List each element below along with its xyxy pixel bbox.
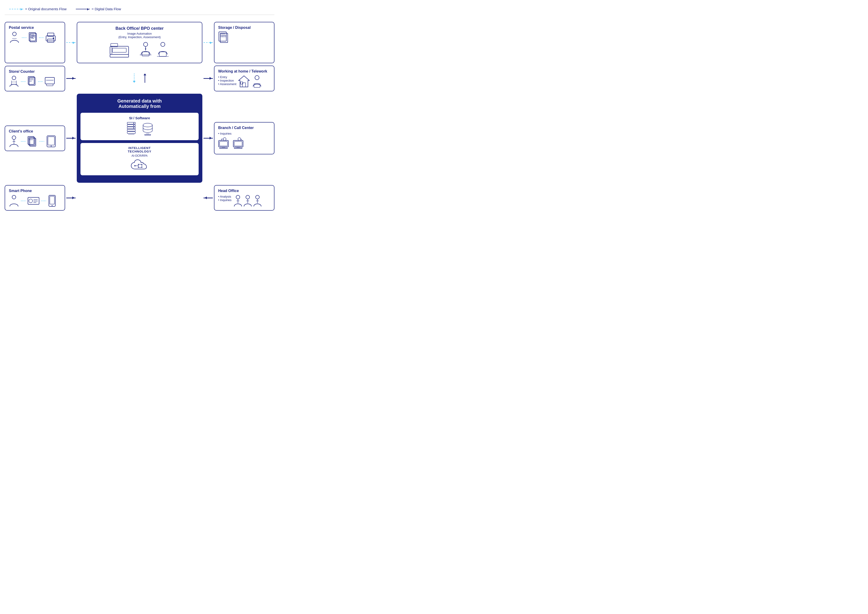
svg-rect-39 — [12, 82, 16, 82]
headoffice-bullet-1: Analysis — [218, 195, 231, 198]
headoffice-bullet-2: Inquiries — [218, 198, 231, 202]
arrow-smartphone-to-center — [65, 198, 77, 198]
svg-point-117 — [236, 195, 240, 199]
arrow-clients-to-center — [65, 138, 77, 138]
store-icons — [9, 76, 61, 88]
postal-box: Postal service — [5, 22, 65, 63]
svg-point-123 — [256, 195, 259, 199]
arrow-center-to-telework — [202, 78, 214, 79]
store-dot1 — [21, 81, 26, 82]
client-person-icon — [9, 135, 19, 147]
branch-title: Branch / Call Center — [218, 126, 270, 130]
center-title: Generated data withAutomatically from — [81, 98, 199, 109]
intelligent-tech-box: INTELLIGENTTECHNOLOGY AI-OCR/RPA — [81, 143, 199, 175]
arrow-backoffice-to-storage — [202, 22, 214, 63]
legend-digital-label: = Digital Data Flow — [92, 7, 121, 11]
client-dot2 — [40, 141, 44, 142]
telework-box: Working at home / Telework Entry Inspect… — [214, 65, 275, 91]
cloud-icon — [130, 159, 149, 172]
svg-rect-27 — [159, 52, 166, 56]
row-2: Store/ Counter — [5, 65, 275, 91]
postal-icons — [9, 32, 61, 44]
svg-rect-108 — [28, 197, 39, 205]
svg-rect-80 — [128, 134, 134, 135]
row-3: Client's office — [5, 94, 275, 183]
tablet-icon — [46, 135, 56, 147]
phone-person-icon — [9, 195, 19, 207]
scanner-machine-icon — [110, 42, 135, 59]
store-box: Store/ Counter — [5, 66, 65, 91]
worker-computer-icon — [156, 42, 169, 59]
telework-bullet-2: Inspection — [218, 79, 236, 82]
svg-point-71 — [51, 146, 52, 146]
store-title: Store/ Counter — [9, 70, 61, 74]
svg-point-21 — [143, 42, 148, 47]
svg-point-77 — [133, 123, 134, 124]
up-solid-arrow — [143, 73, 147, 83]
dashed-arrow-icon — [9, 9, 23, 9]
back-office-title: Back Office/ BPO center — [81, 26, 198, 31]
svg-rect-95 — [220, 141, 227, 146]
svg-marker-54 — [239, 76, 249, 87]
diagram: Postal service — [5, 22, 275, 211]
svg-point-109 — [29, 199, 33, 203]
svg-rect-104 — [234, 148, 242, 149]
svg-rect-83 — [144, 134, 151, 135]
svg-point-116 — [52, 205, 53, 206]
si-software-icons — [84, 122, 196, 137]
back-office-icons — [81, 42, 198, 59]
store-scanner-icon — [45, 77, 55, 86]
smartphone-title: Smart Phone — [9, 189, 61, 193]
svg-rect-1 — [12, 38, 17, 39]
svg-point-90 — [138, 164, 139, 165]
telework-person-icon — [251, 75, 263, 87]
storage-box: Storage / Disposal — [214, 22, 275, 63]
svg-marker-51 — [133, 81, 136, 83]
solid-arrow-icon — [76, 9, 90, 9]
document-icon — [28, 32, 37, 43]
legend: = Original documents Flow = Digital Data… — [5, 5, 275, 15]
svg-point-57 — [255, 76, 259, 80]
back-office-area: Back Office/ BPO center Image Automation… — [77, 22, 202, 63]
store-dot2 — [38, 81, 43, 82]
legend-original: = Original documents Flow — [9, 7, 67, 11]
smartphone-box: Smart Phone — [5, 185, 65, 211]
intelligent-title: INTELLIGENTTECHNOLOGY — [84, 146, 196, 153]
svg-point-106 — [12, 195, 16, 199]
svg-point-26 — [161, 42, 165, 47]
office-person1-icon — [233, 195, 242, 207]
center-connectors — [77, 73, 202, 84]
svg-point-78 — [133, 125, 134, 126]
svg-point-0 — [12, 32, 16, 36]
svg-point-81 — [143, 123, 152, 127]
callcenter-person-icon — [233, 137, 245, 150]
svg-rect-17 — [112, 48, 126, 52]
si-software-box: SI / Software — [81, 113, 199, 140]
svg-point-15 — [53, 37, 54, 39]
svg-point-120 — [246, 195, 250, 199]
svg-point-92 — [141, 164, 142, 165]
clients-box: Client's office — [5, 126, 65, 151]
telework-bullet-1: Entry — [218, 75, 236, 79]
database-icon — [141, 122, 154, 137]
svg-rect-69 — [47, 136, 55, 147]
dot-connector2 — [39, 37, 44, 38]
svg-point-91 — [138, 167, 139, 168]
client-docs-icon — [28, 135, 38, 147]
storage-doc-icon — [218, 32, 231, 44]
arrow-center-to-branch — [202, 138, 214, 138]
row-1: Postal service — [5, 22, 275, 63]
svg-rect-23 — [142, 52, 149, 56]
svg-point-105 — [238, 138, 241, 140]
legend-original-label: = Original documents Flow — [25, 7, 67, 11]
office-person3-icon — [253, 195, 262, 207]
down-dashed-arrow — [132, 73, 136, 83]
office-person2-icon — [243, 195, 252, 207]
svg-marker-53 — [143, 73, 146, 75]
storage-icons — [218, 32, 270, 44]
svg-point-59 — [12, 136, 16, 140]
dot-connector — [22, 37, 26, 38]
vert-arrows — [132, 73, 147, 83]
headoffice-bullets: Analysis Inquiries — [218, 195, 231, 202]
callcenter-desk-icon — [218, 137, 231, 150]
